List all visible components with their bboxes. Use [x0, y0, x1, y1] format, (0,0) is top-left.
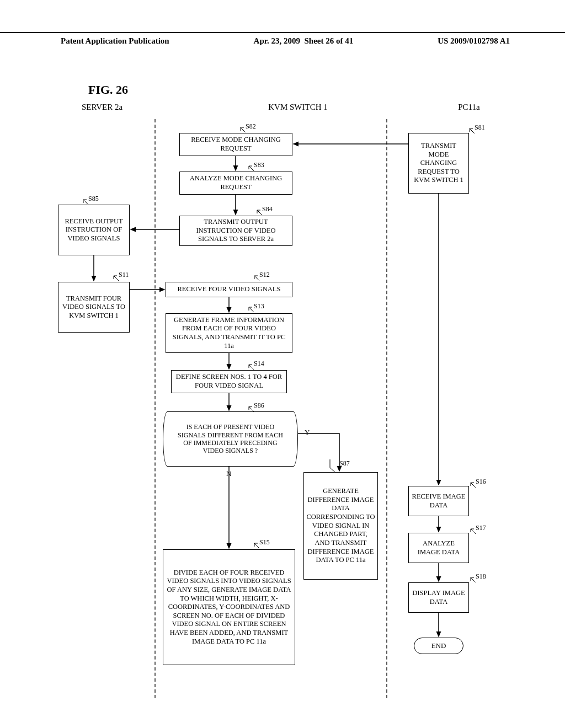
step-s16: RECEIVE IMAGE DATA	[408, 486, 469, 516]
step-label-s87: S87	[339, 459, 350, 468]
step-label-s13: S13	[254, 302, 264, 311]
column-server: SERVER 2a	[55, 103, 149, 116]
header-center: Apr. 23, 2009 Sheet 26 of 41	[254, 36, 354, 46]
step-s11: TRANSMIT FOUR VIDEO SIGNALS TO KVM SWITC…	[58, 282, 130, 333]
figure-content: FIG. 26 SERVER 2a KVM SWITCH 1 PC11a TRA…	[55, 83, 513, 700]
decision-s86: IS EACH OF PRESENT VIDEO SIGNALS DIFFERE…	[163, 411, 298, 467]
step-label-s17: S17	[476, 524, 486, 532]
column-kvm: KVM SWITCH 1	[207, 103, 389, 116]
step-label-s18: S18	[476, 572, 486, 581]
step-label-s83: S83	[254, 161, 264, 169]
step-label-s14: S14	[254, 360, 264, 368]
terminator-end: END	[414, 638, 463, 654]
step-s85: RECEIVE OUTPUT INSTRUCTION OF VIDEO SIGN…	[58, 205, 130, 255]
step-s81: TRANSMIT MODE CHANGING REQUEST TO KVM SW…	[408, 133, 469, 194]
step-s12: RECEIVE FOUR VIDEO SIGNALS	[166, 282, 292, 297]
step-s83: ANALYZE MODE CHANGING REQUEST	[179, 172, 292, 195]
step-s13: GENERATE FRAME INFORMATION FROM EACH OF …	[166, 313, 292, 353]
step-label-s85: S85	[88, 195, 99, 203]
branch-no: N	[226, 469, 231, 478]
step-s84: TRANSMIT OUTPUT INSTRUCTION OF VIDEO SIG…	[179, 216, 292, 246]
lane-divider	[386, 119, 387, 698]
branch-yes: Y	[305, 428, 310, 437]
step-s82: RECEIVE MODE CHANGING REQUEST	[179, 133, 292, 156]
page-header: Patent Application Publication Apr. 23, …	[0, 32, 565, 46]
step-label-s82: S82	[246, 122, 256, 131]
step-label-s81: S81	[475, 124, 485, 132]
step-s15: DIVIDE EACH OF FOUR RECEIVED VIDEO SIGNA…	[163, 549, 295, 665]
header-left: Patent Application Publication	[61, 36, 169, 46]
lane-divider	[154, 119, 156, 698]
step-label-s84: S84	[262, 205, 273, 213]
step-label-s86: S86	[254, 402, 264, 410]
step-s18: DISPLAY IMAGE DATA	[408, 582, 469, 613]
step-label-s12: S12	[259, 271, 270, 279]
step-label-s15: S15	[259, 538, 270, 547]
step-s17: ANALYZE IMAGE DATA	[408, 533, 469, 563]
figure-label: FIG. 26	[88, 83, 513, 97]
step-s87: GENERATE DIFFERENCE IMAGE DATA CORRESPON…	[303, 472, 378, 580]
step-s14: DEFINE SCREEN NOS. 1 TO 4 FOR FOUR VIDEO…	[171, 370, 287, 393]
step-label-s11: S11	[119, 271, 129, 279]
header-right: US 2009/0102798 A1	[438, 36, 510, 46]
step-label-s16: S16	[476, 478, 486, 486]
column-pc: PC11a	[425, 103, 513, 116]
column-headers: SERVER 2a KVM SWITCH 1 PC11a	[55, 103, 513, 116]
